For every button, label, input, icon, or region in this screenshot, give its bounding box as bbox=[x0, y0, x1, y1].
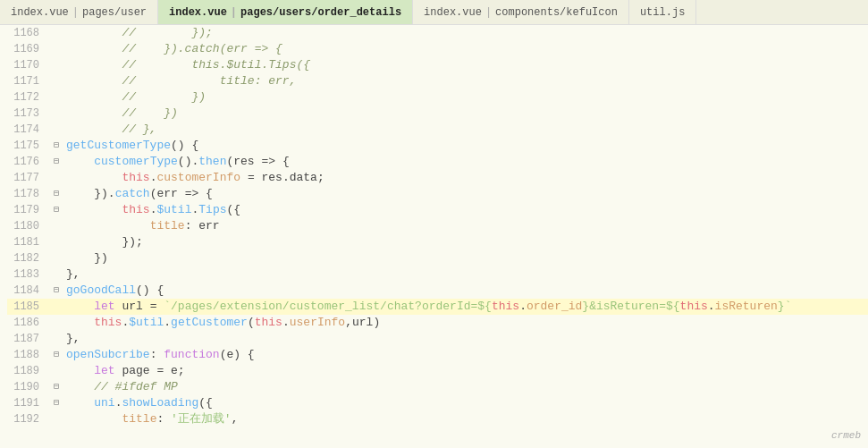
line-1178: 1178 ⊟ }).catch(err => { bbox=[7, 186, 868, 202]
line-1186: 1186 this.$util.getCustomer(this.userInf… bbox=[7, 315, 868, 331]
tab-label-1: index.vue bbox=[11, 6, 69, 19]
line-1171: 1171 // title: err, bbox=[7, 73, 868, 89]
line-1176: 1176 ⊟ customerType().then(res => { bbox=[7, 154, 868, 170]
tab-label-2: index.vue bbox=[169, 6, 227, 19]
line-1185: 1185 let url = `/pages/extension/custome… bbox=[7, 299, 868, 315]
line-1191: 1191 ⊟ uni.showLoading({ bbox=[7, 395, 868, 411]
line-1188: 1188 ⊟ openSubcribe: function(e) { bbox=[7, 347, 868, 363]
line-1190: 1190 ⊟ // #ifdef MP bbox=[7, 379, 868, 395]
tabs-bar: index.vue | pages/user index.vue | pages… bbox=[0, 0, 868, 25]
line-1169: 1169 // }).catch(err => { bbox=[7, 41, 868, 57]
line-1187: 1187 }, bbox=[7, 331, 868, 347]
line-1175: 1175 ⊟ getCustomerType() { bbox=[7, 138, 868, 154]
tab-label-4: util.js bbox=[640, 6, 685, 19]
tab-sublabel-1: pages/user bbox=[82, 6, 147, 19]
tab-sublabel-2: pages/users/order_details bbox=[240, 6, 401, 19]
tab-sublabel-3: components/kefuIcon bbox=[495, 6, 618, 19]
line-1184: 1184 ⊟ goGoodCall() { bbox=[7, 283, 868, 299]
line-1189: 1189 let page = e; bbox=[7, 363, 868, 379]
tab-kefu-icon[interactable]: index.vue | components/kefuIcon bbox=[413, 0, 629, 24]
line-1182: 1182 }) bbox=[7, 250, 868, 266]
line-1183: 1183 }, bbox=[7, 266, 868, 283]
line-1172: 1172 // }) bbox=[7, 89, 868, 106]
editor-area: 1168 // }); 1169 // }).catch(err => { 11… bbox=[0, 25, 868, 448]
line-1181: 1181 }); bbox=[7, 234, 868, 250]
tab-pages-user[interactable]: index.vue | pages/user bbox=[0, 0, 158, 24]
line-1170: 1170 // this.$util.Tips({ bbox=[7, 57, 868, 73]
line-1192: 1192 title: '正在加载', bbox=[7, 411, 868, 427]
line-1180: 1180 title: err bbox=[7, 218, 868, 234]
line-1177: 1177 this.customerInfo = res.data; bbox=[7, 170, 868, 186]
line-1174: 1174 // }, bbox=[7, 122, 868, 138]
tab-label-3: index.vue bbox=[424, 6, 482, 19]
tab-util-js[interactable]: util.js bbox=[629, 0, 696, 24]
line-1168: 1168 // }); bbox=[7, 25, 868, 41]
line-1179: 1179 ⊟ this.$util.Tips({ bbox=[7, 202, 868, 218]
logo: crmeb bbox=[831, 430, 861, 441]
line-1173: 1173 // }) bbox=[7, 106, 868, 122]
code-lines: 1168 // }); 1169 // }).catch(err => { 11… bbox=[0, 25, 868, 448]
tab-order-details[interactable]: index.vue | pages/users/order_details bbox=[158, 0, 413, 24]
